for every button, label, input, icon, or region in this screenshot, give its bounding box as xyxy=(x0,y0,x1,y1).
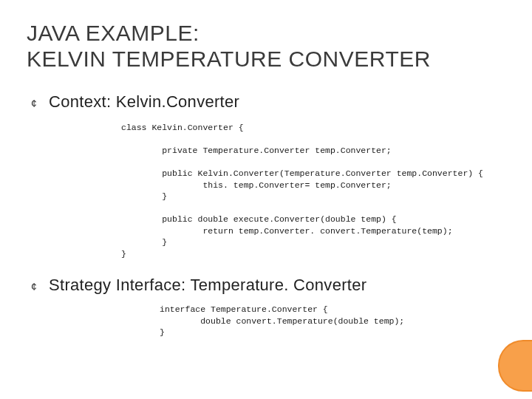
bullet-item: ¢ Context: Kelvin.Converter xyxy=(31,92,507,112)
slide: JAVA EXAMPLE: KELVIN TEMPERATURE CONVERT… xyxy=(0,0,532,399)
slide-title: JAVA EXAMPLE: KELVIN TEMPERATURE CONVERT… xyxy=(27,21,507,72)
bullet-text: Context: Kelvin.Converter xyxy=(49,92,239,112)
decorative-tab xyxy=(498,340,532,392)
code-block-interface: interface Temperature.Converter { double… xyxy=(160,304,507,338)
bullet-icon: ¢ xyxy=(31,92,49,109)
bullet-item: ¢ Strategy Interface: Temperature. Conve… xyxy=(31,276,507,295)
title-line-1: JAVA EXAMPLE: xyxy=(27,21,507,47)
bullet-icon: ¢ xyxy=(31,276,49,293)
content-area: ¢ Context: Kelvin.Converter class Kelvin… xyxy=(27,92,507,338)
code-block-context: class Kelvin.Converter { private Tempera… xyxy=(121,122,507,259)
bullet-text: Strategy Interface: Temperature. Convert… xyxy=(49,276,366,295)
title-line-2: KELVIN TEMPERATURE CONVERTER xyxy=(27,47,507,72)
